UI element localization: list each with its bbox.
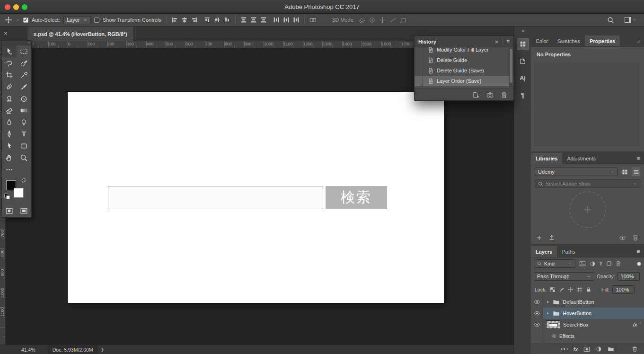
layer-thumbnail[interactable] (546, 320, 560, 329)
align-left-edges-button[interactable] (171, 17, 178, 23)
tool-lasso[interactable] (2, 57, 17, 69)
quick-mask-mode-button[interactable] (2, 205, 17, 217)
list-view-icon[interactable] (632, 168, 640, 176)
collapse-panel-icon[interactable]: » (495, 39, 498, 44)
filter-type-layers-icon[interactable]: T (600, 261, 602, 266)
tab-properties[interactable]: Properties (585, 35, 620, 46)
distribute-bottom-edges-button[interactable] (260, 17, 267, 23)
group-expand-chevron-icon[interactable] (546, 300, 550, 304)
layer-fx-indicator[interactable]: fx ˆ (633, 322, 641, 327)
layer-row-effects[interactable]: Effects (531, 330, 644, 342)
panel-menu-icon[interactable]: ≡ (506, 39, 510, 44)
layer-row-main[interactable]: HoverButton (543, 308, 644, 319)
status-chevron-icon[interactable]: ❯ (101, 347, 105, 352)
3d-orbit-icon[interactable] (358, 17, 365, 24)
tool-eraser[interactable] (2, 105, 17, 116)
lock-transparency-icon[interactable] (550, 287, 556, 292)
add-content-plus-icon[interactable] (536, 235, 542, 241)
tool-rectangle-shape[interactable] (17, 140, 31, 152)
tab-adjustments[interactable]: Adjustments (562, 153, 600, 164)
layer-row-main[interactable]: SearchBox fx ˆ (543, 319, 644, 330)
3d-pan-icon[interactable] (379, 17, 386, 24)
panel-menu-icon[interactable]: ≡ (633, 153, 644, 164)
history-snapshot-cell[interactable] (415, 55, 423, 65)
align-right-edges-button[interactable] (191, 17, 198, 23)
history-snapshot-cell[interactable] (415, 76, 423, 86)
tab-color[interactable]: Color (531, 35, 553, 46)
expand-dock-icon[interactable]: « (514, 27, 531, 35)
document-tab[interactable]: x.psd @ 41.4% (HoverButton, RGB/8*) (27, 27, 134, 41)
tool-hand[interactable] (2, 152, 17, 164)
blend-mode-select[interactable]: Pass Through (534, 272, 594, 281)
layer-row-searchbox[interactable]: SearchBox fx ˆ (531, 319, 644, 330)
layer-row-main[interactable]: DefaultButton (543, 296, 644, 308)
tool-eyedropper[interactable] (17, 69, 31, 81)
layer-row-hoverbutton-selected[interactable]: HoverButton (531, 308, 644, 319)
align-vertical-centers-button[interactable] (214, 17, 221, 23)
filter-kind-select[interactable]: Kind (534, 259, 575, 268)
background-color-swatch[interactable] (14, 188, 24, 198)
default-colors-icon[interactable] (4, 194, 10, 199)
tab-paths[interactable]: Paths (557, 246, 580, 257)
tool-spot-healing-brush[interactable] (2, 81, 17, 93)
tool-clone-stamp[interactable] (2, 93, 17, 105)
adobe-stock-search-field[interactable]: Search Adobe Stock (535, 179, 640, 188)
fill-field[interactable]: 100% (612, 285, 635, 294)
layer-style-fx-icon[interactable]: fx (573, 346, 578, 352)
delete-state-trash-icon[interactable] (501, 91, 508, 98)
layer-filter-toggle[interactable] (637, 262, 641, 266)
tool-pen[interactable] (2, 128, 17, 140)
tool-quick-selection[interactable] (17, 57, 31, 69)
align-bottom-edges-button[interactable] (224, 17, 230, 23)
panel-menu-icon[interactable]: ≡ (633, 246, 644, 257)
search-icon[interactable] (607, 17, 614, 24)
distribute-left-edges-button[interactable] (273, 17, 280, 23)
tool-brush[interactable] (17, 81, 31, 93)
tool-move[interactable] (2, 45, 17, 57)
tool-history-brush[interactable] (17, 93, 31, 105)
tool-gradient[interactable] (17, 105, 31, 116)
history-state-row[interactable]: Delete Guide (Save) (415, 65, 513, 76)
tab-swatches[interactable]: Swatches (553, 35, 585, 46)
filter-adjustment-layers-icon[interactable] (590, 261, 596, 267)
library-select[interactable]: Udemy (535, 168, 618, 176)
history-scrollbar-thumb[interactable] (510, 49, 512, 83)
tool-type[interactable]: T (17, 128, 31, 140)
tab-layers[interactable]: Layers (531, 246, 557, 257)
lock-all-icon[interactable] (586, 287, 591, 292)
filter-smart-object-icon[interactable] (616, 261, 621, 266)
distribute-top-edges-button[interactable] (240, 17, 247, 23)
swap-colors-icon[interactable] (21, 177, 26, 183)
filter-pixel-layers-icon[interactable] (579, 260, 586, 267)
tool-preset-chevron-icon[interactable] (16, 18, 20, 22)
filter-shape-layers-icon[interactable] (606, 261, 612, 266)
tools-panel-header[interactable]: » (2, 41, 31, 45)
lock-pixels-brush-icon[interactable] (559, 287, 565, 292)
delete-layer-trash-icon[interactable] (632, 346, 638, 352)
tool-path-selection[interactable] (2, 140, 17, 152)
layer-visibility-eye-icon[interactable] (531, 296, 543, 308)
tool-rectangular-marquee[interactable] (17, 45, 31, 57)
group-expand-chevron-icon[interactable] (546, 311, 550, 315)
align-top-edges-button[interactable] (204, 17, 211, 23)
new-layer-icon[interactable] (620, 346, 626, 352)
distribute-right-edges-button[interactable] (293, 17, 300, 23)
distribute-horizontal-centers-button[interactable] (283, 17, 290, 23)
history-state-row[interactable]: Modify Color Fill Layer (415, 47, 513, 55)
current-tool-move-icon[interactable] (5, 16, 12, 24)
effects-visibility-eye-icon[interactable] (551, 333, 557, 339)
distribute-vertical-centers-button[interactable] (250, 17, 257, 23)
auto-select-checkbox[interactable] (23, 18, 28, 23)
tool-blur[interactable] (2, 116, 17, 128)
empty-visibility-cell[interactable] (531, 330, 543, 342)
zoom-level-field[interactable]: 41.4% (21, 347, 35, 353)
3d-slide-icon[interactable] (389, 17, 397, 24)
history-scrollbar[interactable] (509, 48, 513, 88)
tool-more-tools-ellipsis[interactable] (2, 164, 17, 176)
show-transform-controls-checkbox[interactable] (94, 18, 99, 23)
align-horizontal-centers-button[interactable] (181, 17, 188, 23)
delete-trash-icon[interactable] (632, 234, 639, 241)
auto-select-target-select[interactable]: Layer (63, 16, 91, 24)
3d-scale-icon[interactable] (400, 17, 407, 24)
3d-roll-icon[interactable] (369, 17, 376, 24)
